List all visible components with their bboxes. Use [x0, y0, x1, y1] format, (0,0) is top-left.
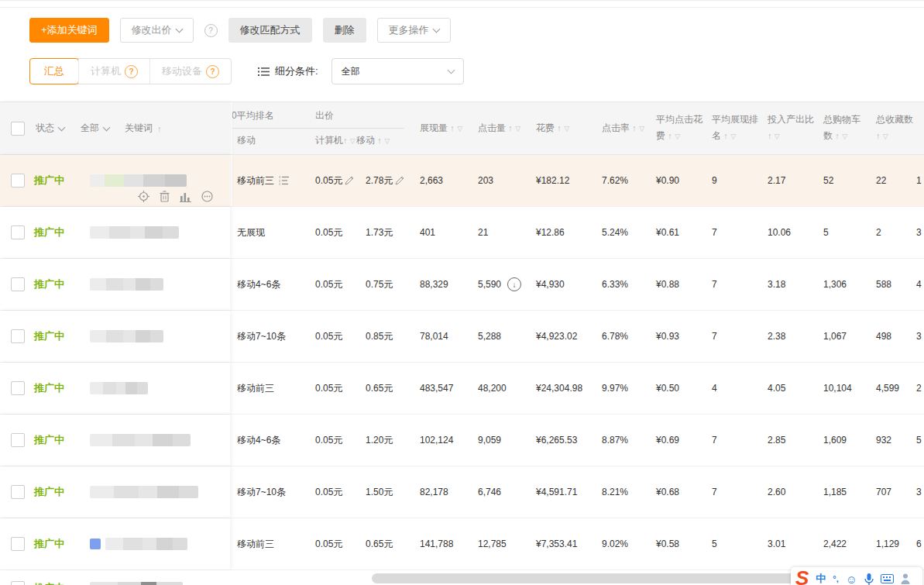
roi-column-header[interactable]: 投入产出比 ↑ ▽ [758, 102, 814, 154]
filter-icon[interactable]: ▽ [842, 132, 847, 140]
status-column-header[interactable]: 状态 [36, 122, 81, 135]
add-keyword-button[interactable]: +添加关键词 [29, 18, 109, 43]
bid-pc-cell[interactable]: 0.05元 [306, 466, 356, 518]
filter-icon[interactable]: ▽ [384, 137, 390, 145]
bid-mobile-cell[interactable]: 0.65元 [356, 363, 410, 414]
bid-mobile-subheader[interactable]: 移动 ↑ ▽ [356, 134, 410, 147]
bid-mobile-cell[interactable]: 0.65元 [356, 518, 410, 570]
keyword-column-header[interactable]: 关键词 ↑ [125, 122, 162, 135]
bid-mobile-cell[interactable]: 2.78元 [356, 155, 410, 206]
ime-punctuation-toggle[interactable]: °, [833, 574, 838, 583]
impressions-column-header[interactable]: 展现量 ↑ ▽ [410, 102, 469, 154]
filter-icon[interactable]: ▽ [457, 125, 462, 132]
tab-computer[interactable]: 计算机 ? [78, 59, 149, 84]
filter-icon[interactable]: ▽ [515, 125, 520, 132]
cost-column-header[interactable]: 花费 ↑ ▽ [527, 102, 593, 154]
ime-language-toggle[interactable]: 中 [816, 572, 826, 585]
sort-asc-icon[interactable]: ↑ [835, 131, 840, 140]
keyword-cell[interactable] [90, 486, 198, 498]
sort-asc-icon[interactable]: ↑ [876, 131, 881, 140]
select-all-checkbox[interactable] [11, 122, 25, 136]
avg-rank-mobile-sublabel[interactable]: 移动 [232, 134, 306, 147]
row-checkbox[interactable] [11, 581, 25, 585]
keyword-cell[interactable] [90, 434, 191, 446]
question-circle-icon[interactable]: ? [206, 65, 219, 78]
bid-pc-cell[interactable]: 0.05元 [306, 415, 356, 466]
microphone-icon[interactable] [864, 573, 874, 585]
avg-click-cost-column-header[interactable]: 平均点击花费 ↑ ▽ [647, 102, 702, 154]
row-checkbox[interactable] [11, 537, 25, 551]
ctr-column-header[interactable]: 点击率 ↑ ▽ [593, 102, 647, 154]
clicks-column-header[interactable]: 点击量 ↑ ▽ [469, 102, 527, 154]
bid-pc-cell[interactable]: 0.05元 [306, 363, 356, 414]
bid-pc-cell[interactable]: 0.05元 [306, 259, 356, 310]
sort-asc-icon[interactable]: ↑ [377, 136, 382, 145]
bar-chart-icon[interactable] [180, 191, 191, 202]
bid-mobile-cell[interactable]: 1.20元 [356, 415, 410, 466]
avg-rank-column-header[interactable]: 0平均排名 移动 [232, 102, 306, 154]
sort-asc-icon[interactable]: ↑ [768, 131, 772, 140]
bid-pc-cell[interactable]: 0.05元 [306, 155, 356, 206]
sort-asc-icon[interactable]: ↑ [723, 131, 728, 140]
row-checkbox[interactable] [11, 433, 25, 447]
modify-match-button[interactable]: 修改匹配方式 [228, 18, 312, 43]
sort-asc-icon[interactable]: ↑ [450, 123, 455, 132]
emoji-icon[interactable]: ☺ [846, 573, 857, 585]
bid-mobile-cell[interactable]: 1.73元 [356, 207, 410, 258]
sort-asc-icon[interactable]: ↑ [508, 123, 513, 132]
favorites-column-header[interactable]: 总收藏数 ↑ ▽ [867, 102, 916, 154]
question-circle-icon[interactable]: ? [125, 65, 138, 78]
tab-summary[interactable]: 汇总 [29, 58, 79, 84]
all-filter-column-header[interactable]: 全部 [81, 122, 125, 135]
more-actions-dropdown[interactable]: 更多操作 [377, 18, 451, 43]
rank-list-icon[interactable]: 321 [279, 176, 289, 185]
clicks-trend-icon[interactable]: ↓ [507, 277, 521, 291]
segment-condition-select[interactable]: 全部 [331, 58, 464, 84]
keyword-cell[interactable] [90, 330, 163, 342]
keyword-cell[interactable] [90, 174, 187, 187]
filter-icon[interactable]: ▽ [564, 125, 569, 132]
trash-icon[interactable] [160, 191, 170, 202]
filter-icon[interactable]: ▽ [675, 132, 680, 140]
row-checkbox[interactable] [11, 225, 25, 239]
more-options-icon[interactable] [201, 191, 213, 202]
sogou-logo-icon[interactable]: S [795, 570, 809, 585]
bid-mobile-cell[interactable]: 0.75元 [356, 259, 410, 310]
row-checkbox[interactable] [11, 277, 25, 291]
delete-button[interactable]: 删除 [323, 18, 366, 43]
bid-pc-cell[interactable]: 0.05元 [306, 207, 356, 258]
target-icon[interactable] [138, 191, 149, 202]
filter-icon[interactable]: ▽ [350, 137, 356, 145]
bid-pc-cell[interactable]: 0.05元 [306, 311, 356, 362]
row-checkbox[interactable] [11, 174, 25, 188]
row-checkbox[interactable] [11, 485, 25, 499]
row-checkbox[interactable] [11, 381, 25, 395]
modify-bid-dropdown[interactable]: 修改出价 [120, 18, 194, 43]
avg-show-rank-column-header[interactable]: 平均展现排名 ↑ ▽ [702, 102, 758, 154]
filter-icon[interactable]: ▽ [775, 132, 780, 140]
tab-mobile-device[interactable]: 移动设备 ? [149, 59, 231, 84]
filter-icon[interactable]: ▽ [639, 125, 644, 132]
filter-icon[interactable]: ▽ [730, 132, 736, 140]
sort-asc-icon[interactable]: ↑ [632, 123, 637, 132]
keyword-blurred[interactable] [90, 582, 183, 585]
sort-asc-icon[interactable]: ↑ [668, 131, 672, 140]
bid-pc-subheader[interactable]: 计算机↑ ▽ [306, 134, 356, 147]
bid-mobile-cell[interactable]: 0.85元 [356, 311, 410, 362]
keyword-cell[interactable] [90, 382, 148, 394]
carts-column-header[interactable]: 总购物车数 ↑ ▽ [814, 102, 867, 154]
filter-icon[interactable]: ▽ [883, 132, 888, 140]
bid-mobile-cell[interactable]: 1.50元 [356, 466, 410, 518]
help-icon[interactable]: ? [204, 24, 218, 37]
bid-pc-cell[interactable]: 0.05元 [306, 518, 356, 570]
keyword-cell[interactable] [90, 278, 163, 291]
sort-asc-icon[interactable]: ↑ [557, 123, 562, 132]
sort-asc-icon[interactable]: ↑ [343, 136, 348, 145]
sort-asc-icon[interactable]: ↑ [157, 124, 162, 133]
keyword-cell[interactable] [90, 538, 187, 550]
row-checkbox[interactable] [11, 329, 25, 343]
user-icon[interactable] [901, 573, 910, 584]
keyboard-icon[interactable] [881, 574, 894, 583]
edit-pencil-icon[interactable] [345, 176, 354, 185]
keyword-cell[interactable] [90, 226, 179, 239]
